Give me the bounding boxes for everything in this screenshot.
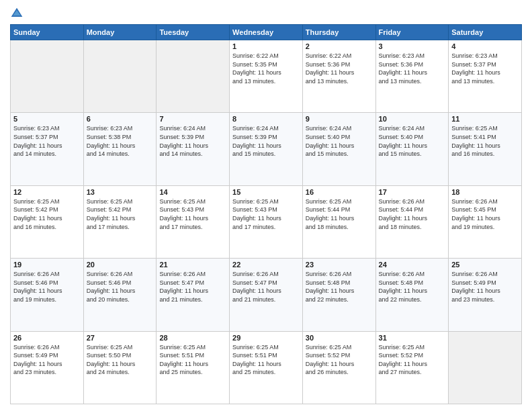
day-info: Sunrise: 6:23 AM Sunset: 5:38 PM Dayligh… [87,124,154,158]
day-info: Sunrise: 6:24 AM Sunset: 5:40 PM Dayligh… [379,124,446,158]
day-number: 24 [379,261,446,269]
calendar-cell [449,331,522,404]
weekday-header-sunday: Sunday [11,25,84,40]
day-info: Sunrise: 6:25 AM Sunset: 5:42 PM Dayligh… [87,197,154,231]
weekday-header-monday: Monday [83,25,157,40]
day-number: 2 [306,42,373,50]
day-info: Sunrise: 6:24 AM Sunset: 5:39 PM Dayligh… [159,124,226,158]
weekday-header-saturday: Saturday [449,25,522,40]
calendar-cell: 8Sunrise: 6:24 AM Sunset: 5:39 PM Daylig… [230,113,303,185]
calendar-cell: 20Sunrise: 6:26 AM Sunset: 5:46 PM Dayli… [83,259,157,331]
day-info: Sunrise: 6:24 AM Sunset: 5:40 PM Dayligh… [306,124,373,158]
calendar-cell: 4Sunrise: 6:23 AM Sunset: 5:37 PM Daylig… [449,40,522,113]
calendar-cell: 6Sunrise: 6:23 AM Sunset: 5:38 PM Daylig… [83,113,157,185]
day-info: Sunrise: 6:24 AM Sunset: 5:39 PM Dayligh… [232,124,300,158]
calendar-cell: 28Sunrise: 6:25 AM Sunset: 5:51 PM Dayli… [157,331,230,404]
day-info: Sunrise: 6:22 AM Sunset: 5:35 PM Dayligh… [232,52,300,85]
weekday-header-thursday: Thursday [302,25,375,40]
day-number: 17 [379,188,446,196]
day-info: Sunrise: 6:26 AM Sunset: 5:49 PM Dayligh… [13,343,81,377]
calendar-cell: 10Sunrise: 6:24 AM Sunset: 5:40 PM Dayli… [375,113,449,185]
calendar-cell: 5Sunrise: 6:23 AM Sunset: 5:37 PM Daylig… [11,113,84,185]
day-info: Sunrise: 6:25 AM Sunset: 5:41 PM Dayligh… [451,124,519,158]
day-number: 25 [451,261,519,269]
day-info: Sunrise: 6:22 AM Sunset: 5:36 PM Dayligh… [306,52,373,85]
day-number: 21 [159,261,226,269]
calendar-cell: 27Sunrise: 6:25 AM Sunset: 5:50 PM Dayli… [83,331,157,404]
day-number: 27 [87,334,154,342]
calendar-cell: 29Sunrise: 6:25 AM Sunset: 5:51 PM Dayli… [230,331,303,404]
day-number: 12 [13,188,81,196]
day-info: Sunrise: 6:23 AM Sunset: 5:36 PM Dayligh… [379,52,446,85]
day-info: Sunrise: 6:25 AM Sunset: 5:44 PM Dayligh… [306,197,373,231]
day-number: 20 [87,261,154,269]
day-number: 16 [306,188,373,196]
calendar-week-4: 19Sunrise: 6:26 AM Sunset: 5:46 PM Dayli… [11,259,522,331]
calendar-cell: 26Sunrise: 6:26 AM Sunset: 5:49 PM Dayli… [11,331,84,404]
day-number: 13 [87,188,154,196]
page: SundayMondayTuesdayWednesdayThursdayFrid… [0,0,532,411]
calendar-cell: 12Sunrise: 6:25 AM Sunset: 5:42 PM Dayli… [11,185,84,258]
day-info: Sunrise: 6:26 AM Sunset: 5:48 PM Dayligh… [379,270,446,304]
day-info: Sunrise: 6:23 AM Sunset: 5:37 PM Dayligh… [13,124,81,158]
calendar-cell: 13Sunrise: 6:25 AM Sunset: 5:42 PM Dayli… [83,185,157,258]
calendar-table: SundayMondayTuesdayWednesdayThursdayFrid… [10,24,522,404]
calendar-week-1: 1Sunrise: 6:22 AM Sunset: 5:35 PM Daylig… [11,40,522,113]
day-number: 1 [232,42,300,50]
calendar-cell: 18Sunrise: 6:26 AM Sunset: 5:45 PM Dayli… [449,185,522,258]
day-info: Sunrise: 6:26 AM Sunset: 5:47 PM Dayligh… [232,270,300,304]
calendar-cell: 17Sunrise: 6:26 AM Sunset: 5:44 PM Dayli… [375,185,449,258]
day-number: 31 [379,334,446,342]
calendar-cell: 25Sunrise: 6:26 AM Sunset: 5:49 PM Dayli… [449,259,522,331]
day-number: 18 [451,188,519,196]
day-number: 19 [13,261,81,269]
calendar-cell: 15Sunrise: 6:25 AM Sunset: 5:43 PM Dayli… [230,185,303,258]
day-number: 4 [451,42,519,50]
day-number: 7 [159,115,226,123]
day-info: Sunrise: 6:26 AM Sunset: 5:47 PM Dayligh… [159,270,226,304]
day-number: 22 [232,261,300,269]
weekday-header-row: SundayMondayTuesdayWednesdayThursdayFrid… [11,25,522,40]
day-info: Sunrise: 6:25 AM Sunset: 5:52 PM Dayligh… [379,343,446,377]
weekday-header-friday: Friday [375,25,449,40]
day-info: Sunrise: 6:25 AM Sunset: 5:51 PM Dayligh… [159,343,226,377]
day-number: 9 [306,115,373,123]
calendar-cell: 7Sunrise: 6:24 AM Sunset: 5:39 PM Daylig… [157,113,230,185]
calendar-cell: 16Sunrise: 6:25 AM Sunset: 5:44 PM Dayli… [302,185,375,258]
calendar-cell: 23Sunrise: 6:26 AM Sunset: 5:48 PM Dayli… [302,259,375,331]
calendar-cell: 19Sunrise: 6:26 AM Sunset: 5:46 PM Dayli… [11,259,84,331]
day-number: 26 [13,334,81,342]
header [10,7,522,20]
day-info: Sunrise: 6:25 AM Sunset: 5:43 PM Dayligh… [232,197,300,231]
logo-icon [10,7,24,20]
day-number: 23 [306,261,373,269]
day-number: 11 [451,115,519,123]
day-number: 30 [306,334,373,342]
day-number: 15 [232,188,300,196]
calendar-cell: 2Sunrise: 6:22 AM Sunset: 5:36 PM Daylig… [302,40,375,113]
calendar-cell: 22Sunrise: 6:26 AM Sunset: 5:47 PM Dayli… [230,259,303,331]
calendar-cell: 11Sunrise: 6:25 AM Sunset: 5:41 PM Dayli… [449,113,522,185]
calendar-cell: 24Sunrise: 6:26 AM Sunset: 5:48 PM Dayli… [375,259,449,331]
logo [10,7,26,20]
calendar-week-5: 26Sunrise: 6:26 AM Sunset: 5:49 PM Dayli… [11,331,522,404]
day-info: Sunrise: 6:26 AM Sunset: 5:46 PM Dayligh… [13,270,81,304]
calendar-cell [83,40,157,113]
day-number: 10 [379,115,446,123]
calendar-cell: 30Sunrise: 6:25 AM Sunset: 5:52 PM Dayli… [302,331,375,404]
day-info: Sunrise: 6:25 AM Sunset: 5:50 PM Dayligh… [87,343,154,377]
day-info: Sunrise: 6:26 AM Sunset: 5:49 PM Dayligh… [451,270,519,304]
calendar-cell: 14Sunrise: 6:25 AM Sunset: 5:43 PM Dayli… [157,185,230,258]
day-info: Sunrise: 6:26 AM Sunset: 5:48 PM Dayligh… [306,270,373,304]
calendar-cell: 3Sunrise: 6:23 AM Sunset: 5:36 PM Daylig… [375,40,449,113]
calendar-cell: 21Sunrise: 6:26 AM Sunset: 5:47 PM Dayli… [157,259,230,331]
day-number: 6 [87,115,154,123]
calendar-cell: 1Sunrise: 6:22 AM Sunset: 5:35 PM Daylig… [230,40,303,113]
day-info: Sunrise: 6:23 AM Sunset: 5:37 PM Dayligh… [451,52,519,85]
day-number: 14 [159,188,226,196]
calendar-week-2: 5Sunrise: 6:23 AM Sunset: 5:37 PM Daylig… [11,113,522,185]
day-info: Sunrise: 6:26 AM Sunset: 5:45 PM Dayligh… [451,197,519,231]
day-info: Sunrise: 6:26 AM Sunset: 5:44 PM Dayligh… [379,197,446,231]
day-number: 8 [232,115,300,123]
calendar-cell [11,40,84,113]
